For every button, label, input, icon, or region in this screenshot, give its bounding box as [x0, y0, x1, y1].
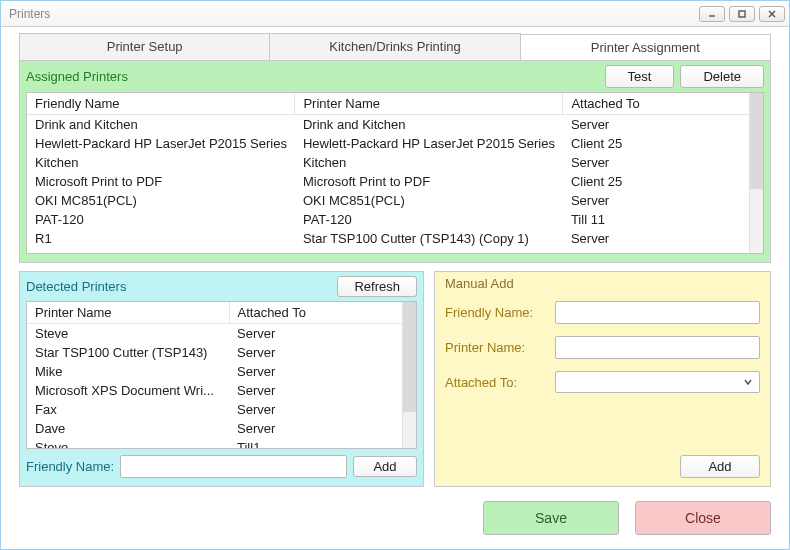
detected-add-button[interactable]: Add — [353, 456, 417, 477]
col-printer-name[interactable]: Printer Name — [295, 93, 563, 115]
col-detected-printer[interactable]: Printer Name — [27, 302, 229, 324]
table-row[interactable]: FaxServer — [27, 400, 416, 419]
manual-label: Manual Add — [445, 276, 760, 291]
manual-attached-row: Attached To: — [445, 371, 760, 393]
svg-rect-1 — [739, 11, 745, 17]
assigned-scrollbar[interactable] — [749, 93, 763, 253]
minimize-button[interactable] — [699, 6, 725, 22]
tab-printer-assignment[interactable]: Printer Assignment — [521, 34, 771, 61]
table-row[interactable]: SteveServer — [27, 324, 416, 344]
detected-friendly-label: Friendly Name: — [26, 459, 114, 474]
table-row[interactable]: Star TSP100 Cutter (TSP143)Server — [27, 343, 416, 362]
detected-table[interactable]: Printer Name Attached To SteveServer Sta… — [27, 302, 416, 449]
manual-attached-label: Attached To: — [445, 375, 545, 390]
test-button[interactable]: Test — [605, 65, 675, 88]
refresh-button[interactable]: Refresh — [337, 276, 417, 297]
col-detected-attached[interactable]: Attached To — [229, 302, 415, 324]
table-row[interactable]: Drink and KitchenDrink and KitchenServer — [27, 115, 763, 135]
assigned-header: Assigned Printers Test Delete — [26, 65, 764, 88]
manual-add-button[interactable]: Add — [680, 455, 760, 478]
close-button[interactable]: Close — [635, 501, 771, 535]
titlebar: Printers — [1, 1, 789, 27]
table-row[interactable]: Microsoft Print to PDFMicrosoft Print to… — [27, 172, 763, 191]
assigned-label: Assigned Printers — [26, 69, 605, 84]
table-row[interactable]: Microsoft XPS Document Wri...Server — [27, 381, 416, 400]
scrollbar-thumb[interactable] — [403, 302, 416, 412]
detected-scrollbar[interactable] — [402, 302, 416, 448]
table-row[interactable]: PAT-120PAT-120Till 11 — [27, 210, 763, 229]
table-row[interactable]: Hewlett-Packard HP LaserJet P2015 Series… — [27, 134, 763, 153]
lower-row: Detected Printers Refresh Printer Name A… — [19, 271, 771, 487]
table-row[interactable]: DaveServer — [27, 419, 416, 438]
col-attached-to[interactable]: Attached To — [563, 93, 763, 115]
table-row[interactable]: OKI MC851(PCL)OKI MC851(PCL)Server — [27, 191, 763, 210]
maximize-button[interactable] — [729, 6, 755, 22]
tab-bar: Printer Setup Kitchen/Drinks Printing Pr… — [19, 33, 771, 60]
detected-header-row: Printer Name Attached To — [27, 302, 416, 324]
table-row[interactable]: KitchenKitchenServer — [27, 153, 763, 172]
table-row[interactable]: SteveTill1 — [27, 438, 416, 449]
chevron-down-icon — [743, 375, 753, 390]
detected-label: Detected Printers — [26, 279, 337, 294]
assigned-table[interactable]: Friendly Name Printer Name Attached To D… — [27, 93, 763, 248]
assigned-table-wrap: Friendly Name Printer Name Attached To D… — [26, 92, 764, 254]
manual-attached-select[interactable] — [555, 371, 760, 393]
manual-printer-input[interactable] — [555, 336, 760, 359]
window-title: Printers — [5, 7, 699, 21]
tab-printer-setup[interactable]: Printer Setup — [19, 33, 270, 60]
table-row[interactable]: R1Star TSP100 Cutter (TSP143) (Copy 1)Se… — [27, 229, 763, 248]
manual-printer-label: Printer Name: — [445, 340, 545, 355]
manual-add-panel: Manual Add Friendly Name: Printer Name: … — [434, 271, 771, 487]
detected-header: Detected Printers Refresh — [26, 276, 417, 297]
detected-table-wrap: Printer Name Attached To SteveServer Sta… — [26, 301, 417, 449]
window: Printers Printer Setup Kitchen/Drinks Pr… — [0, 0, 790, 550]
col-friendly-name[interactable]: Friendly Name — [27, 93, 295, 115]
detected-printers-panel: Detected Printers Refresh Printer Name A… — [19, 271, 424, 487]
table-row[interactable]: MikeServer — [27, 362, 416, 381]
assigned-printers-panel: Assigned Printers Test Delete Friendly N… — [19, 60, 771, 263]
manual-footer: Add — [445, 455, 760, 478]
manual-friendly-label: Friendly Name: — [445, 305, 545, 320]
delete-button[interactable]: Delete — [680, 65, 764, 88]
window-controls — [699, 6, 785, 22]
close-window-button[interactable] — [759, 6, 785, 22]
scrollbar-thumb[interactable] — [750, 93, 763, 189]
bottom-buttons: Save Close — [19, 501, 771, 535]
manual-printer-row: Printer Name: — [445, 336, 760, 359]
manual-friendly-input[interactable] — [555, 301, 760, 324]
tab-kitchen-drinks[interactable]: Kitchen/Drinks Printing — [270, 33, 520, 60]
detected-footer: Friendly Name: Add — [26, 455, 417, 478]
detected-friendly-input[interactable] — [120, 455, 347, 478]
content-area: Printer Setup Kitchen/Drinks Printing Pr… — [1, 27, 789, 549]
save-button[interactable]: Save — [483, 501, 619, 535]
assigned-header-row: Friendly Name Printer Name Attached To — [27, 93, 763, 115]
manual-friendly-row: Friendly Name: — [445, 301, 760, 324]
